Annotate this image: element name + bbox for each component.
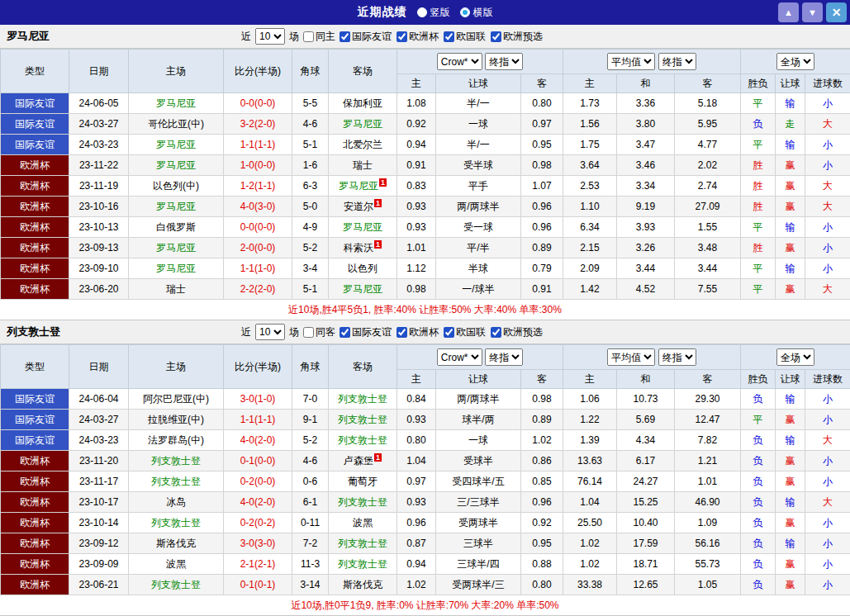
comp-checkbox-input[interactable] xyxy=(397,31,407,42)
comp-checkbox-input[interactable] xyxy=(491,31,501,42)
odds-source-select[interactable]: Crow* xyxy=(437,53,482,70)
scope-select[interactable]: 全场 xyxy=(776,53,814,70)
avg-odds-group: 平均值 终指 xyxy=(563,50,741,74)
crow-home-odds: 0.94 xyxy=(397,135,436,155)
match-type: 国际友谊 xyxy=(1,389,69,410)
match-type: 欧洲杯 xyxy=(1,492,69,513)
avg-away-odds: 5.18 xyxy=(675,93,741,114)
match-score: 3-0(1-0) xyxy=(224,389,292,410)
crow-odds-group: Crow* 终指 xyxy=(397,50,563,74)
comp-filter-checkbox[interactable]: 欧洲杯 xyxy=(397,30,439,44)
same-venue-checkbox[interactable]: 同客 xyxy=(303,325,335,339)
comp-checkbox-input[interactable] xyxy=(397,327,407,338)
team-label: 列支敦士登 xyxy=(338,434,387,446)
close-button[interactable]: ✕ xyxy=(826,2,847,22)
comp-filter-checkbox[interactable]: 国际友谊 xyxy=(340,30,392,44)
match-score: 0-1(0-0) xyxy=(224,451,292,471)
comp-checkbox-input[interactable] xyxy=(444,327,454,338)
team-label: 列支敦士登 xyxy=(338,393,387,405)
match-date: 24-03-23 xyxy=(69,430,129,451)
avg-draw-odds: 5.69 xyxy=(617,410,675,430)
match-date: 23-11-17 xyxy=(69,471,129,492)
avg-time-select[interactable]: 终指 xyxy=(658,53,696,70)
match-date: 23-09-09 xyxy=(69,554,129,575)
col-avg-away: 客 xyxy=(675,370,741,389)
comp-filter-checkbox[interactable]: 欧洲杯 xyxy=(397,325,439,339)
games-count-select[interactable]: 10 xyxy=(255,28,285,45)
avg-away-odds: 1.21 xyxy=(675,451,741,471)
match-type: 国际友谊 xyxy=(1,430,69,451)
odds-source-select[interactable]: Crow* xyxy=(437,348,482,366)
avg-draw-odds: 9.19 xyxy=(617,197,675,217)
results-table: 类型 日期 主场 比分(半场) 角球 客场 Crow* 终指 平均值 终指 xyxy=(0,344,850,595)
crow-home-odds: 0.97 xyxy=(397,471,436,492)
move-down-button[interactable]: ▼ xyxy=(802,2,823,22)
match-score: 0-2(0-0) xyxy=(224,471,292,492)
col-handicap: 让球 xyxy=(436,370,521,389)
layout-radio-vertical[interactable]: 竖版 xyxy=(417,6,450,20)
home-team: 波黑 xyxy=(129,554,224,575)
comp-checkbox-input[interactable] xyxy=(491,327,501,338)
comp-checkbox-input[interactable] xyxy=(340,31,350,42)
result-outcome: 负 xyxy=(741,513,776,533)
avg-home-odds: 25.50 xyxy=(563,513,617,533)
crow-away-odds: 0.97 xyxy=(521,114,563,135)
layout-radio-horizontal-input[interactable] xyxy=(460,7,470,17)
games-count-select[interactable]: 10 xyxy=(255,324,285,340)
header-row-groups: 类型 日期 主场 比分(半场) 角球 客场 Crow* 终指 平均值 终指 xyxy=(1,345,850,370)
handicap-line: 平/半 xyxy=(436,238,521,258)
avg-away-odds: 7.82 xyxy=(675,430,741,451)
team-label: 法罗群岛(中) xyxy=(148,434,204,446)
same-venue-checkbox-input[interactable] xyxy=(303,31,314,42)
away-team: 列支敦士登 xyxy=(329,533,397,554)
odds-time-select[interactable]: 终指 xyxy=(485,348,523,366)
avg-draw-odds: 6.17 xyxy=(617,451,675,471)
match-score: 1-1(1-1) xyxy=(224,410,292,430)
corner-score: 5-1 xyxy=(292,135,329,155)
same-venue-label: 同主 xyxy=(316,30,335,44)
avg-draw-odds: 4.34 xyxy=(617,430,675,451)
same-venue-checkbox-input[interactable] xyxy=(303,327,314,338)
odds-time-select[interactable]: 终指 xyxy=(485,53,523,70)
layout-radio-horizontal[interactable]: 横版 xyxy=(460,6,493,20)
comp-checkbox-input[interactable] xyxy=(444,31,454,42)
result-outcome: 负 xyxy=(741,451,776,471)
scope-select[interactable]: 全场 xyxy=(776,348,814,366)
col-type: 类型 xyxy=(1,345,69,389)
corner-score: 5-0 xyxy=(292,197,329,217)
result-outcome: 负 xyxy=(741,575,776,595)
handicap-line: 平手 xyxy=(436,176,521,197)
home-team: 罗马尼亚 xyxy=(129,135,224,155)
result-goals: 大 xyxy=(805,176,850,197)
layout-radio-vertical-input[interactable] xyxy=(417,7,427,17)
same-venue-checkbox[interactable]: 同主 xyxy=(303,30,335,44)
comp-filter-checkbox[interactable]: 欧洲预选 xyxy=(491,30,543,44)
match-date: 23-11-19 xyxy=(69,176,129,197)
avg-time-select[interactable]: 终指 xyxy=(658,348,696,366)
avg-away-odds: 3.48 xyxy=(675,238,741,258)
comp-checkbox-input[interactable] xyxy=(340,327,350,338)
corner-score: 1-6 xyxy=(292,155,329,176)
team-label: 列支敦士登 xyxy=(338,538,387,549)
col-avg-draw: 和 xyxy=(617,74,675,93)
team-label: 保加利亚 xyxy=(343,97,382,109)
team-label: 白俄罗斯 xyxy=(156,221,196,233)
red-card-badge: 1 xyxy=(379,178,387,187)
comp-filter-checkbox[interactable]: 欧国联 xyxy=(444,325,486,339)
avg-away-odds: 7.55 xyxy=(675,279,741,300)
away-team: 保加利亚 xyxy=(329,93,397,114)
away-team: 瑞士 xyxy=(329,155,397,176)
comp-filter-checkbox[interactable]: 国际友谊 xyxy=(340,325,392,339)
avg-home-odds: 1.56 xyxy=(563,114,617,135)
result-handicap: 赢 xyxy=(776,513,805,533)
match-date: 24-03-27 xyxy=(69,410,129,430)
move-up-button[interactable]: ▲ xyxy=(778,2,799,22)
comp-filter-checkbox[interactable]: 欧洲预选 xyxy=(491,325,543,339)
avg-draw-odds: 18.71 xyxy=(617,554,675,575)
comp-filter-checkbox[interactable]: 欧国联 xyxy=(444,30,486,44)
col-result: 胜负 xyxy=(741,370,776,389)
result-goals: 小 xyxy=(805,410,850,430)
avg-draw-odds: 10.40 xyxy=(617,513,675,533)
avg-source-select[interactable]: 平均值 xyxy=(607,348,655,366)
avg-source-select[interactable]: 平均值 xyxy=(607,53,655,70)
